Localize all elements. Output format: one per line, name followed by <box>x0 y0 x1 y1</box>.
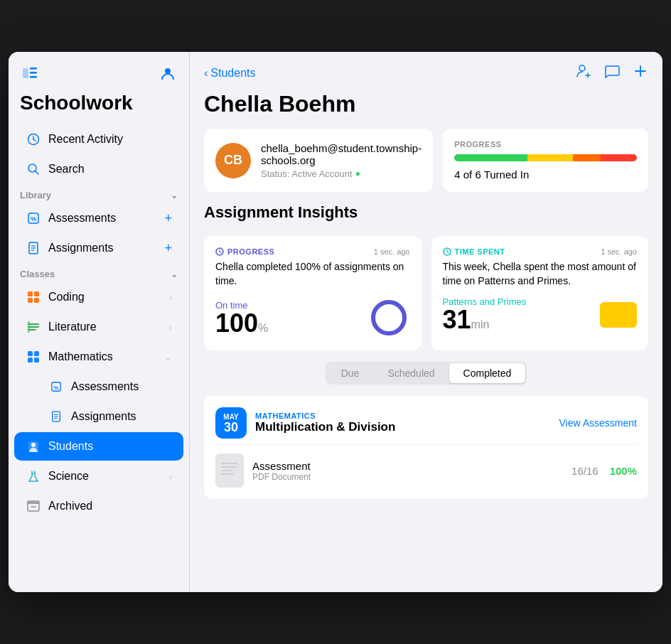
assignment-name: Multiplication & Division <box>255 420 559 434</box>
svg-point-4 <box>165 68 171 74</box>
status-text: Status: Active Account <box>261 168 353 179</box>
sidebar-item-mathematics-assessments[interactable]: % Assessments <box>14 372 183 401</box>
sidebar-item-literature[interactable]: Literature › <box>14 313 183 341</box>
account-icon[interactable] <box>158 63 178 83</box>
tab-due[interactable]: Due <box>327 363 374 383</box>
date-day: 30 <box>224 421 238 434</box>
profile-email: chella_boehm@student.township-schools.or… <box>261 142 422 166</box>
insights-section-title: Assignment Insights <box>204 203 648 222</box>
sub-assignments-icon <box>48 409 64 424</box>
progress-text: 4 of 6 Turned In <box>454 168 637 181</box>
literature-icon <box>26 319 41 335</box>
sidebar-item-assignments[interactable]: Assignments + <box>14 234 183 262</box>
assessments-icon: % <box>26 210 41 226</box>
classes-chevron: ⌄ <box>171 269 178 279</box>
sub-assessments-label: Assessments <box>71 380 172 393</box>
tab-scheduled[interactable]: Scheduled <box>373 363 449 383</box>
progress-time: 1 sec. ago <box>374 247 410 256</box>
svg-rect-13 <box>28 291 33 296</box>
doc-percent: 100% <box>610 465 637 477</box>
sidebar-item-search[interactable]: Search <box>14 155 183 183</box>
library-section-header[interactable]: Library ⌄ <box>9 184 189 203</box>
sidebar-item-mathematics-assignments[interactable]: Assignments <box>14 402 183 431</box>
doc-score: 16/16 <box>571 465 598 477</box>
view-assessment-button[interactable]: View Assessment <box>559 417 637 429</box>
svg-point-32 <box>31 443 36 447</box>
sidebar-top <box>9 63 189 92</box>
time-metric-value-row: 31min <box>443 307 527 333</box>
assessments-plus-icon[interactable]: + <box>164 211 172 226</box>
clock-icon <box>26 132 41 147</box>
time-insight-card: TIME SPENT 1 sec. ago This week, Chella … <box>431 236 649 350</box>
science-icon <box>26 468 41 484</box>
assignment-info: MATHEMATICS Multiplication & Division <box>255 412 559 434</box>
tab-completed[interactable]: Completed <box>449 363 526 383</box>
assignment-item-row: Assessment PDF Document 16/16 100% <box>215 444 637 488</box>
message-button[interactable] <box>604 63 620 82</box>
literature-label: Literature <box>48 321 162 333</box>
assignment-class: MATHEMATICS <box>255 412 559 420</box>
science-label: Science <box>48 470 162 483</box>
time-metric-row: Patterns and Primes 31min <box>443 296 638 333</box>
time-metric-unit: min <box>471 318 490 331</box>
progress-metric-value: 100 <box>215 308 258 338</box>
main-content: ‹ Students <box>190 52 662 592</box>
sidebar: Schoolwork Recent Activity Search <box>9 52 190 592</box>
sidebar-item-recent-activity[interactable]: Recent Activity <box>14 125 183 154</box>
students-icon <box>26 439 41 454</box>
classes-section-header[interactable]: Classes ⌄ <box>9 263 189 282</box>
progress-bar <box>454 154 637 161</box>
library-chevron: ⌄ <box>171 190 178 200</box>
search-label: Search <box>48 163 172 176</box>
svg-rect-24 <box>34 358 39 363</box>
archived-label: Archived <box>48 500 172 512</box>
assessments-label: Assessments <box>48 212 157 225</box>
add-student-button[interactable] <box>576 63 591 82</box>
mathematics-label: Mathematics <box>48 350 157 363</box>
svg-rect-14 <box>34 291 39 296</box>
time-spent-time: 1 sec. ago <box>601 247 637 256</box>
back-nav[interactable]: ‹ Students <box>204 67 255 80</box>
svg-rect-20 <box>28 321 30 333</box>
sidebar-item-students[interactable]: Students <box>14 432 183 461</box>
progress-insight-header: PROGRESS 1 sec. ago <box>215 247 410 256</box>
coding-label: Coding <box>48 291 162 304</box>
progress-type-label: PROGRESS <box>215 247 274 256</box>
sidebar-item-assessments[interactable]: % Assessments + <box>14 204 183 232</box>
app-title: Schoolwork <box>9 92 189 124</box>
svg-rect-1 <box>30 68 37 70</box>
svg-text:%: % <box>53 385 58 391</box>
page-title: Chella Boehm <box>190 88 662 129</box>
content-body: CB chella_boehm@student.township-schools… <box>190 129 662 513</box>
archived-icon <box>26 498 41 514</box>
svg-point-37 <box>579 65 585 71</box>
progress-insight-card: PROGRESS 1 sec. ago Chella completed 100… <box>204 236 422 350</box>
add-button[interactable] <box>633 63 648 82</box>
app-window: Schoolwork Recent Activity Search <box>9 52 662 592</box>
svg-point-6 <box>28 164 36 172</box>
sub-assessments-icon: % <box>48 379 64 395</box>
header-actions <box>576 63 648 82</box>
assignments-plus-icon[interactable]: + <box>164 241 172 256</box>
progress-card: PROGRESS 4 of 6 Turned In <box>443 129 648 192</box>
profile-row: CB chella_boehm@student.township-schools… <box>204 129 648 192</box>
coding-chevron: › <box>169 292 172 303</box>
sidebar-item-archived[interactable]: Archived <box>14 492 183 520</box>
doc-stats: 16/16 100% <box>571 465 637 477</box>
sidebar-item-science[interactable]: Science › <box>14 462 183 490</box>
doc-thumbnail <box>215 454 244 488</box>
library-label: Library <box>20 190 51 200</box>
sidebar-item-coding[interactable]: Coding › <box>14 283 183 311</box>
svg-rect-15 <box>28 298 33 303</box>
literature-chevron: › <box>169 322 172 333</box>
progress-metric-unit: % <box>258 322 268 334</box>
sidebar-toggle-icon[interactable] <box>20 63 40 83</box>
science-chevron: › <box>169 471 172 482</box>
progress-metric-value-row: 100% <box>215 311 268 336</box>
insights-row: PROGRESS 1 sec. ago Chella completed 100… <box>204 236 648 350</box>
svg-rect-16 <box>34 298 39 303</box>
svg-text:%: % <box>31 215 36 222</box>
sidebar-item-mathematics[interactable]: Mathematics ⌄ <box>14 343 183 371</box>
assignments-label: Assignments <box>48 242 157 254</box>
profile-info: chella_boehm@student.township-schools.or… <box>261 142 422 179</box>
